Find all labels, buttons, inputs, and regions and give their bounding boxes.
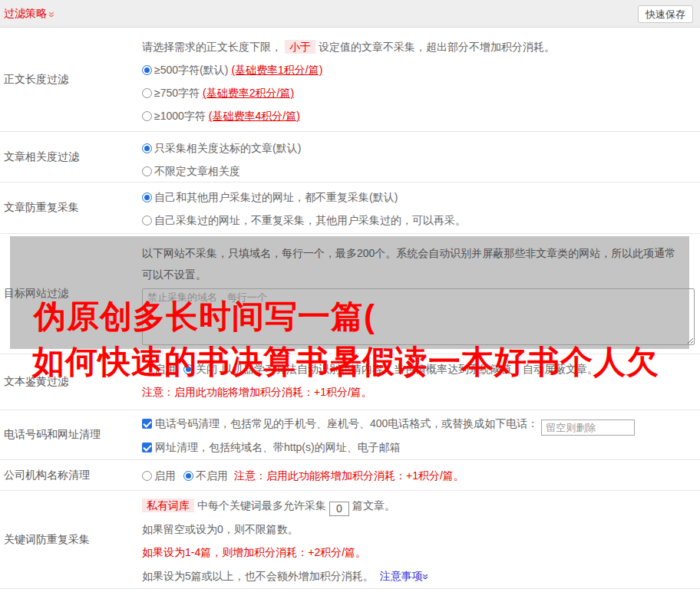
section-content-length: 正文长度过滤 请选择需求的正文长度下限，小于设定值的文章不采集，超出部分不增加积… — [0, 28, 700, 132]
radio-company-on[interactable] — [142, 471, 152, 481]
filter-strategy-page: 过滤策略 » 快速保存 正文长度过滤 请选择需求的正文长度下限，小于设定值的文章… — [0, 0, 700, 589]
keyword-note-1: 如果留空或设为0，则不限篇数。 — [142, 518, 700, 541]
private-lexicon-badge[interactable]: 私有词库 — [142, 499, 194, 512]
page-title[interactable]: 过滤策略 — [4, 7, 47, 21]
option-row: 自己和其他用户采集过的网址，都不重复采集(默认) — [142, 186, 700, 209]
checkbox-phone-clean[interactable] — [142, 419, 152, 429]
section-site-filter: 目标网站过滤 以下网站不采集，只填域名，每行一个，最多200个。系统会自动识别并… — [0, 234, 700, 354]
section-phone-url-clean: 电话号码和网址清理 电话号码清理，包括常见的手机号、座机号、400电话格式，或替… — [0, 410, 700, 460]
option-row: 不限定文章相关度 — [142, 160, 700, 183]
option-row: 只采集相关度达标的文章(默认) — [142, 137, 700, 160]
option-row: ≥750字符(基础费率2积分/篇) — [142, 81, 700, 104]
section-label: 文章防重复采集 — [0, 183, 138, 233]
option-row: 自己采集过的网址，不重复采集，其他用户采集过的，可以再采。 — [142, 209, 700, 232]
fee-note: (基础费率2积分/篇) — [203, 87, 294, 99]
section-label: 正文长度过滤 — [0, 28, 138, 131]
watermark-line-1: 伪原创多长时间写一篇( — [34, 301, 375, 333]
keyword-count-input[interactable] — [329, 502, 349, 516]
keyword-note-2: 如果设为1-4篇，则增加积分消耗：+2积分/篇。 — [142, 541, 700, 564]
section-label: 目标网站过滤 — [0, 234, 138, 354]
content-length-intro: 请选择需求的正文长度下限，小于设定值的文章不采集，超出部分不增加积分消耗。 — [142, 35, 700, 58]
replacement-phone-input[interactable] — [541, 420, 635, 436]
radio-dedup-self[interactable] — [142, 216, 152, 225]
option-row: 网址清理，包括纯域名、带http(s)的网址、电子邮箱 — [142, 436, 700, 459]
section-keyword-dedup: 关键词防重复采集 私有词库中每个关键词最多允许采集篇文章。 如果留空或设为0，则… — [0, 491, 700, 589]
porn-filter-note: 注意：启用此功能将增加积分消耗：+1积分/篇。 — [142, 380, 700, 403]
chevron-double-down-icon: » — [421, 574, 431, 580]
section-relevance: 文章相关度过滤 只采集相关度达标的文章(默认) 不限定文章相关度 — [0, 132, 700, 183]
quick-save-button[interactable]: 快速保存 — [638, 5, 693, 23]
option-row: ≥1000字符(基础费率4积分/篇) — [142, 104, 700, 127]
radio-length-1000[interactable] — [142, 111, 152, 121]
radio-relevance-strict[interactable] — [142, 143, 152, 153]
section-company-clean: 公司机构名称清理 启用不启用注意：启用此功能将增加积分消耗：+1积分/篇。 — [0, 460, 700, 491]
section-label: 关键词防重复采集 — [0, 491, 138, 588]
option-row: ≥500字符(默认)(基础费率1积分/篇) — [142, 58, 700, 81]
section-label: 公司机构名称清理 — [0, 460, 138, 490]
keyword-note-3: 如果设为5篇或以上，也不会额外增加积分消耗。注意事项» — [142, 564, 700, 588]
section-label: 电话号码和网址清理 — [0, 410, 138, 459]
intro-highlight: 小于 — [285, 40, 315, 54]
radio-company-off[interactable] — [183, 471, 193, 481]
keyword-limit-row: 私有词库中每个关键词最多允许采集篇文章。 — [142, 494, 700, 518]
company-clean-note: 注意：启用此功能将增加积分消耗：+1积分/篇。 — [234, 469, 464, 482]
option-row: 启用不启用注意：启用此功能将增加积分消耗：+1积分/篇。 — [142, 464, 464, 487]
fee-note: (基础费率1积分/篇) — [231, 64, 322, 76]
section-dedup: 文章防重复采集 自己和其他用户采集过的网址，都不重复采集(默认) 自己采集过的网… — [0, 183, 700, 234]
checkbox-url-clean[interactable] — [142, 443, 152, 452]
site-filter-desc: 以下网站不采集，只填域名，每行一个，最多200个。系统会自动识别并屏蔽那些非文章… — [142, 242, 679, 285]
section-label: 文章相关度过滤 — [0, 132, 138, 182]
fee-note: (基础费率4积分/篇) — [209, 110, 300, 122]
chevron-double-down-icon: » — [47, 12, 58, 18]
radio-length-750[interactable] — [142, 88, 152, 98]
option-row: 电话号码清理，包括常见的手机号、座机号、400电话格式，或替换成如下电话： — [142, 412, 700, 436]
header-bar: 过滤策略 » 快速保存 — [0, 0, 700, 28]
radio-length-500[interactable] — [142, 65, 152, 75]
watermark-line-2: 如何快速的书决算书暑假读一本好书个人欠 — [32, 346, 659, 378]
notice-link[interactable]: 注意事项» — [380, 570, 429, 582]
radio-dedup-global[interactable] — [142, 192, 152, 202]
radio-relevance-any[interactable] — [142, 166, 152, 176]
